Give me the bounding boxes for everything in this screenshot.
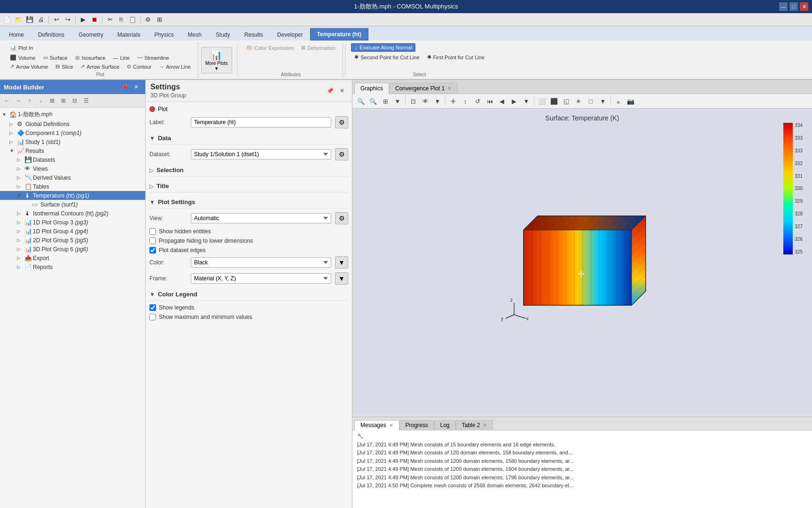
zoom-box-button[interactable]: ⊞ bbox=[380, 95, 391, 107]
tab-home[interactable]: Home bbox=[2, 28, 31, 40]
new-button[interactable]: 📄 bbox=[2, 15, 12, 25]
copy-button[interactable]: ⎘ bbox=[116, 15, 126, 25]
tab-graphics[interactable]: Graphics bbox=[354, 83, 389, 94]
color-expression-button[interactable]: 🎨 Color Expression bbox=[243, 43, 297, 52]
line-plot-button[interactable]: — Line bbox=[109, 53, 133, 62]
paste-button[interactable]: 📋 bbox=[127, 15, 138, 25]
tree-study1[interactable]: ▷ 📊 Study 1 (std1) bbox=[0, 137, 145, 146]
tree-views[interactable]: ▷ 👁 Views bbox=[0, 164, 145, 173]
contour-button[interactable]: ⊙ Contour bbox=[124, 62, 155, 71]
tree-temperature[interactable]: ▼ 🌡 Temperature (ht) (pg1) bbox=[0, 191, 145, 200]
undo-button[interactable]: ↩ bbox=[51, 15, 62, 25]
save-button[interactable]: 💾 bbox=[24, 15, 35, 25]
frame-button[interactable]: ▼ bbox=[335, 272, 348, 285]
tab-convergence[interactable]: Convergence Plot 1 ✕ bbox=[389, 83, 458, 94]
show-legends-checkbox[interactable] bbox=[149, 304, 156, 311]
tree-tables[interactable]: ▷ 📋 Tables bbox=[0, 182, 145, 191]
view-options-button[interactable]: 👁 bbox=[420, 95, 431, 107]
settings-pin-button[interactable]: 📌 bbox=[325, 86, 335, 96]
axes-button[interactable]: ⟁ bbox=[613, 95, 624, 107]
transparency-button[interactable]: ◱ bbox=[561, 95, 572, 107]
plot-settings-header[interactable]: ▼ Plot Settings bbox=[149, 196, 348, 208]
tree-surface[interactable]: ▭ Surface (surf1) bbox=[0, 200, 145, 209]
log-tab[interactable]: Log bbox=[434, 420, 456, 430]
lighting-button[interactable]: ☀ bbox=[573, 95, 584, 107]
color-button[interactable]: ▼ bbox=[335, 256, 348, 269]
first-point-button[interactable]: ✱ First Point for Cut Line bbox=[424, 53, 488, 62]
color-select[interactable]: Black bbox=[191, 257, 331, 268]
propagate-hiding-checkbox[interactable] bbox=[149, 238, 156, 244]
more-plots-button[interactable]: 📊 More Plots ▼ bbox=[201, 47, 232, 73]
plot-in-button[interactable]: 📊 Plot In bbox=[7, 43, 36, 52]
messages-tab-close[interactable]: ✕ bbox=[389, 422, 393, 429]
dataset-select[interactable]: Study 1/Solution 1 (dset1) bbox=[191, 149, 331, 159]
plot-dataset-edges-checkbox[interactable] bbox=[149, 247, 156, 254]
show-hidden-checkbox[interactable] bbox=[149, 228, 156, 235]
tree-component1[interactable]: ▷ 🔷 Component 1 (comp1) bbox=[0, 128, 145, 137]
settings-close-button[interactable]: ✕ bbox=[337, 86, 347, 96]
panel-close-button[interactable]: ✕ bbox=[131, 82, 141, 92]
wireframe-button[interactable]: ⬜ bbox=[536, 95, 547, 107]
print-button[interactable]: 🖨 bbox=[36, 15, 46, 25]
settings-button[interactable]: ⚙ bbox=[143, 15, 153, 25]
more-view-button[interactable]: ▼ bbox=[597, 95, 609, 107]
rotate-button[interactable]: ↺ bbox=[472, 95, 483, 107]
table2-tab[interactable]: Table 2 ✕ bbox=[456, 420, 493, 430]
view-dropdown-button[interactable]: ▼ bbox=[432, 95, 443, 107]
arrow-volume-button[interactable]: ↗ Arrow Volume bbox=[7, 62, 51, 71]
tree-global-definitions[interactable]: ▷ ⚙ Global Definitions bbox=[0, 119, 145, 128]
fit-all-button[interactable]: ⊡ bbox=[407, 95, 419, 107]
label-options-button[interactable]: ⚙ bbox=[335, 116, 348, 128]
tree-isothermal[interactable]: ▷ 🌡 Isothermal Contours (ht) (pg2) bbox=[0, 209, 145, 218]
up-button[interactable]: ↑ bbox=[24, 95, 35, 106]
zoom-in-button[interactable]: 🔍 bbox=[355, 95, 367, 107]
isosurface-button[interactable]: ◎ Isosurface bbox=[72, 53, 109, 62]
tree-datasets[interactable]: ▷ 💾 Datasets bbox=[0, 155, 145, 164]
selection-section-header[interactable]: ▷ Selection bbox=[149, 164, 348, 176]
tree-derived-values[interactable]: ▷ 📉 Derived Values bbox=[0, 173, 145, 182]
table2-tab-close[interactable]: ✕ bbox=[483, 422, 487, 429]
progress-tab[interactable]: Progress bbox=[399, 420, 434, 430]
title-section-header[interactable]: ▷ Title bbox=[149, 180, 348, 192]
dataset-button[interactable]: ⚙ bbox=[335, 148, 348, 160]
slice-button[interactable]: ⊟ Slice bbox=[52, 62, 76, 71]
color-legend-header[interactable]: ▼ Color Legend bbox=[149, 288, 348, 301]
first-view-button[interactable]: ⏮ bbox=[484, 95, 495, 107]
next-view-dropdown[interactable]: ▼ bbox=[521, 95, 532, 107]
open-button[interactable]: 📁 bbox=[13, 15, 23, 25]
solid-button[interactable]: ⬛ bbox=[548, 95, 560, 107]
tab-physics[interactable]: Physics bbox=[147, 28, 180, 40]
run-button[interactable]: ▶ bbox=[78, 15, 88, 25]
second-point-button[interactable]: ✱ Second Point for Cut Line bbox=[351, 53, 422, 62]
view-select[interactable]: Automatic bbox=[191, 213, 331, 223]
evaluate-along-normal-button[interactable]: ⟂ Evaluate Along Normal bbox=[351, 43, 415, 52]
split-button[interactable]: ⊞ bbox=[47, 95, 57, 106]
tab-temperature[interactable]: Temperature (ht) bbox=[310, 28, 368, 40]
next-view-button[interactable]: ▶ bbox=[508, 95, 520, 107]
expand-all-button[interactable]: ⊞ bbox=[58, 95, 69, 106]
tree-results[interactable]: ▼ 📈 Results bbox=[0, 146, 145, 155]
tree-3d-plot-6[interactable]: ▷ 📊 3D Plot Group 6 (pg6) bbox=[0, 245, 145, 254]
tree-export[interactable]: ▷ 📤 Export bbox=[0, 254, 145, 262]
minimize-button[interactable]: — bbox=[779, 2, 788, 11]
tab-developer[interactable]: Developer bbox=[270, 28, 310, 40]
label-input[interactable] bbox=[191, 117, 331, 127]
background-button[interactable]: □ bbox=[585, 95, 596, 107]
tab-mesh[interactable]: Mesh bbox=[181, 28, 209, 40]
prev-button[interactable]: ← bbox=[2, 95, 12, 106]
next-button[interactable]: → bbox=[13, 95, 23, 106]
tree-2d-plot-5[interactable]: ▷ 📊 2D Plot Group 5 (pg5) bbox=[0, 236, 145, 245]
pin-button[interactable]: 📌 bbox=[119, 82, 129, 92]
cut-button[interactable]: ✂ bbox=[105, 15, 115, 25]
down-button[interactable]: ↓ bbox=[36, 95, 46, 106]
tab-study[interactable]: Study bbox=[209, 28, 237, 40]
deformation-button[interactable]: ⊠ Deformation bbox=[298, 43, 339, 52]
collapse-all-button[interactable]: ⊟ bbox=[70, 95, 80, 106]
show-max-min-checkbox[interactable] bbox=[149, 314, 156, 320]
tree-1d-plot-4[interactable]: ▷ 📊 1D Plot Group 4 (pg4) bbox=[0, 227, 145, 236]
frame-select[interactable]: Material (X, Y, Z) bbox=[191, 273, 331, 284]
surface-plot-button[interactable]: ▭ Surface bbox=[40, 53, 71, 62]
export-image-button[interactable]: 📷 bbox=[625, 95, 636, 107]
redo-button[interactable]: ↪ bbox=[62, 15, 73, 25]
arrow-line-button[interactable]: → Arrow Line bbox=[156, 62, 194, 71]
